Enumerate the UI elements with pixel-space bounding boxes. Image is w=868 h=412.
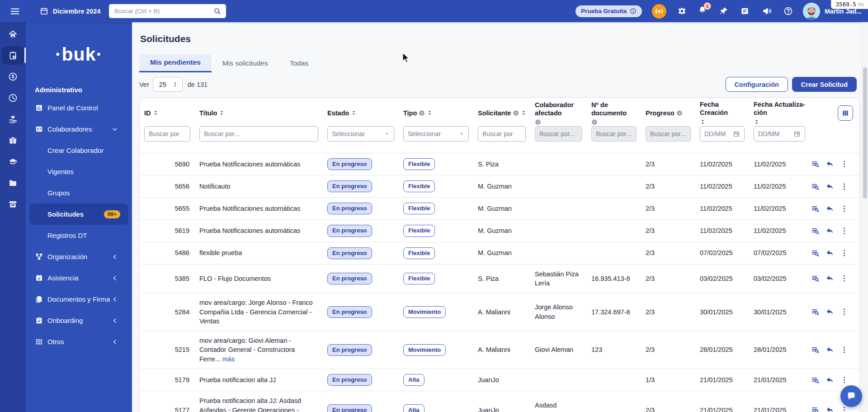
chat-fab-button[interactable] xyxy=(840,385,862,407)
table-row[interactable]: 5619Prueba Notificaciones automáticasEn … xyxy=(140,220,860,242)
tab-mis-solicitudes[interactable]: Mis solicitudes xyxy=(212,54,279,72)
list-search-icon[interactable] xyxy=(811,249,820,257)
reply-icon[interactable] xyxy=(826,182,834,191)
reply-icon[interactable] xyxy=(826,308,834,316)
create-request-button[interactable]: Crear Solicitud xyxy=(792,77,857,92)
more-link[interactable]: más xyxy=(222,355,235,363)
list-search-icon[interactable] xyxy=(811,308,820,316)
sort-icon[interactable] xyxy=(427,109,433,116)
help-dot-icon[interactable]: ? xyxy=(419,110,425,116)
column-header-creacion[interactable]: Fecha Creación xyxy=(695,98,749,125)
table-row[interactable]: 5215mov area/cargo: Giovi Aleman - Conta… xyxy=(140,331,860,369)
help-dot-icon[interactable]: ? xyxy=(535,119,541,125)
launcher-target-button[interactable] xyxy=(652,4,666,19)
column-header-title[interactable]: Título xyxy=(195,98,323,125)
help-dot-icon[interactable]: ? xyxy=(591,119,598,125)
kebab-icon[interactable] xyxy=(840,376,849,384)
sidebar-item-vigentes[interactable]: Vigentes xyxy=(26,161,132,182)
list-search-icon[interactable] xyxy=(811,406,820,412)
sidebar-item-documentos-y-firma[interactable]: Documentos y Firma xyxy=(26,289,132,310)
help-dot-icon[interactable]: ? xyxy=(676,110,683,116)
list-search-icon[interactable] xyxy=(811,204,820,213)
sidebar-item-asistencia[interactable]: Asistencia xyxy=(26,267,132,289)
kebab-icon[interactable] xyxy=(840,204,849,213)
table-row[interactable]: 5656NotificautoEn progresoFlexibleM. Guz… xyxy=(140,175,860,197)
notifications-button[interactable]: 5 xyxy=(698,5,707,17)
rail-item-gift[interactable] xyxy=(2,131,24,150)
rail-item-dollar[interactable]: $ xyxy=(2,67,24,86)
sidebar-item-otros[interactable]: Otros xyxy=(26,331,132,352)
column-header-tipo[interactable]: Tipo? xyxy=(399,98,473,125)
sidebar-item-registros-dt[interactable]: Registros DT xyxy=(26,225,132,246)
configuration-button[interactable]: Configuración xyxy=(726,77,788,92)
reply-icon[interactable] xyxy=(826,249,834,257)
global-search-input[interactable] xyxy=(109,8,213,14)
list-search-icon[interactable] xyxy=(811,160,820,168)
reply-icon[interactable] xyxy=(826,274,834,283)
period-label[interactable]: Diciembre 2024 xyxy=(53,8,101,15)
list-search-icon[interactable] xyxy=(811,274,820,283)
kebab-icon[interactable] xyxy=(840,249,849,257)
sidebar-item-solicitudes[interactable]: Solicitudes99+ xyxy=(29,204,128,225)
sidebar-item-onboarding[interactable]: Onboarding xyxy=(26,310,132,331)
sort-icon[interactable] xyxy=(521,109,527,116)
reply-icon[interactable] xyxy=(826,346,834,354)
reply-icon[interactable] xyxy=(826,227,834,235)
id-filter-input[interactable] xyxy=(144,126,190,142)
sidebar-item-panel-de-control[interactable]: Panel de Control xyxy=(26,97,132,118)
kebab-icon[interactable] xyxy=(840,346,849,354)
column-header-estado[interactable]: Estado xyxy=(323,98,399,125)
user-avatar[interactable] xyxy=(803,3,820,20)
sort-icon[interactable] xyxy=(351,109,357,116)
kebab-icon[interactable] xyxy=(840,308,849,316)
table-row[interactable]: 5177Prueba notificacion alta JJ: Asdasd … xyxy=(140,391,860,412)
kebab-icon[interactable] xyxy=(840,160,849,168)
sidebar-item-colaboradores[interactable]: Colaboradores xyxy=(26,118,132,140)
megaphone-icon[interactable] xyxy=(762,6,772,16)
kebab-icon[interactable] xyxy=(840,274,849,283)
solicitante-filter-input[interactable] xyxy=(478,126,526,142)
actualizacion-filter-date[interactable]: DD/MM xyxy=(754,126,805,142)
rail-item-graduation-cap[interactable] xyxy=(2,152,24,171)
list-search-icon[interactable] xyxy=(811,376,820,384)
table-row[interactable]: 5284mov area/cargo: Jorge Alonso - Franc… xyxy=(140,293,860,331)
pin-icon[interactable] xyxy=(719,6,728,16)
help-dot-icon[interactable]: ? xyxy=(513,110,519,116)
sidebar-item-grupos[interactable]: Grupos xyxy=(26,182,132,204)
page-scrollbar[interactable] xyxy=(862,22,868,412)
column-header-solicitante[interactable]: Solicitante? xyxy=(473,98,530,125)
list-search-icon[interactable] xyxy=(811,182,820,191)
sidebar-item-crear-colaborador[interactable]: Crear Colaborador xyxy=(26,140,132,161)
trial-badge[interactable]: Prueba Gratuita xyxy=(576,5,642,17)
rail-item-clock[interactable] xyxy=(2,89,24,107)
list-search-icon[interactable] xyxy=(811,227,820,235)
table-row[interactable]: 5486flexible pruebaEn progresoFlexibleM.… xyxy=(140,242,860,264)
scrollbar-thumb[interactable] xyxy=(863,67,867,199)
rail-item-hand-heart[interactable] xyxy=(2,110,24,128)
tipo-filter-select[interactable]: Seleccionar xyxy=(403,126,469,142)
search-icon[interactable] xyxy=(213,7,222,15)
table-row[interactable]: 5385FLO - Flujo DocumentosEn progresoFle… xyxy=(140,264,860,293)
sort-icon[interactable] xyxy=(153,109,159,116)
page-size-select[interactable]: 25 xyxy=(153,77,183,92)
reply-icon[interactable] xyxy=(826,204,834,213)
column-header-id[interactable]: ID xyxy=(140,98,195,125)
sort-icon[interactable] xyxy=(700,118,706,125)
estado-filter-select[interactable]: Seleccionar xyxy=(327,126,394,142)
rail-item-store[interactable] xyxy=(2,195,24,213)
rail-item-requests-clipboard[interactable] xyxy=(2,46,24,65)
column-header-actualizacion[interactable]: Fecha Actualiza-ción xyxy=(749,98,810,125)
column-settings-button[interactable] xyxy=(838,105,853,121)
reply-icon[interactable] xyxy=(826,406,834,412)
rail-item-folder[interactable] xyxy=(2,174,24,192)
tab-mis-pendientes[interactable]: Mis pendientes xyxy=(139,54,212,72)
reply-icon[interactable] xyxy=(826,376,834,384)
table-row[interactable]: 5179Prueba notificacion alta JJEn progre… xyxy=(140,369,860,391)
news-icon[interactable] xyxy=(740,6,750,16)
kebab-icon[interactable] xyxy=(840,227,849,235)
rail-item-home[interactable] xyxy=(2,25,24,43)
kebab-icon[interactable] xyxy=(840,182,849,191)
sort-icon[interactable] xyxy=(754,118,760,125)
global-search[interactable] xyxy=(109,4,226,18)
creacion-filter-date[interactable]: DD/MM xyxy=(700,126,745,142)
